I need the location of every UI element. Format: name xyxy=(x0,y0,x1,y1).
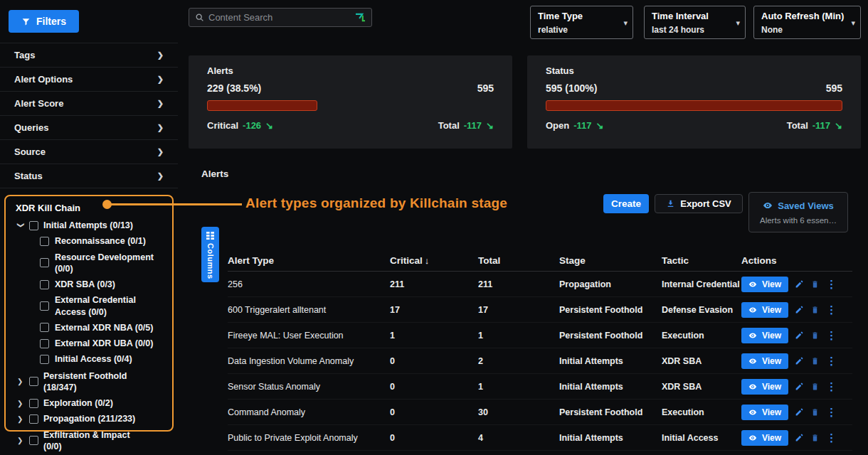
more-options-icon[interactable]: ⋮ xyxy=(826,304,837,315)
tree-item-external-xdr-uba[interactable]: External XDR UBA (0/0) xyxy=(40,336,169,350)
edit-icon[interactable] xyxy=(795,433,804,442)
filters-button[interactable]: Filters xyxy=(9,10,79,33)
edit-icon[interactable] xyxy=(795,279,804,289)
delete-icon[interactable] xyxy=(810,433,820,442)
sidebar-item-alert-score[interactable]: Alert Score ❯ xyxy=(0,92,178,116)
more-options-icon[interactable]: ⋮ xyxy=(826,407,837,417)
checkbox-external-credential-access[interactable] xyxy=(40,301,49,311)
saved-views-button[interactable]: Saved Views Alerts with 6 essen… xyxy=(748,192,848,232)
checkbox-resource-development[interactable] xyxy=(40,258,49,267)
edit-icon[interactable] xyxy=(795,331,804,340)
more-options-icon[interactable]: ⋮ xyxy=(826,381,837,392)
checkbox-exploration[interactable] xyxy=(29,399,38,408)
view-button[interactable]: View xyxy=(741,379,788,395)
checkbox-persistent-foothold[interactable] xyxy=(29,377,38,386)
download-icon xyxy=(666,199,675,208)
checkbox-reconnaissance[interactable] xyxy=(40,237,49,246)
checkbox-external-xdr-uba[interactable] xyxy=(40,339,49,348)
view-button[interactable]: View xyxy=(741,302,788,318)
checkbox-exfiltration-impact[interactable] xyxy=(29,436,38,445)
search-brand-icon[interactable] xyxy=(355,13,366,23)
tree-item-exfiltration-impact[interactable]: ❯ Exfiltration & Impact (0/0) xyxy=(9,427,169,455)
view-button[interactable]: View xyxy=(741,277,788,292)
edit-icon[interactable] xyxy=(795,407,804,417)
view-button[interactable]: View xyxy=(741,430,788,446)
delete-icon[interactable] xyxy=(810,279,820,289)
header-alert-type[interactable]: Alert Type xyxy=(228,255,390,266)
tree-item-label: Resource Development (0/0) xyxy=(55,252,162,275)
checkbox-propagation[interactable] xyxy=(29,414,38,424)
search-input[interactable] xyxy=(208,12,351,23)
checkbox-xdr-sba[interactable] xyxy=(40,280,49,289)
eye-icon xyxy=(748,357,757,365)
checkbox-initial-access[interactable] xyxy=(40,355,49,364)
auto-refresh-dropdown[interactable]: Auto Refresh (Min) None ▾ xyxy=(753,6,861,39)
delete-icon[interactable] xyxy=(810,331,820,340)
sidebar-item-label: Queries xyxy=(14,122,48,133)
tree-item-resource-development[interactable]: Resource Development (0/0) xyxy=(40,250,169,277)
tree-item-reconnaissance[interactable]: Reconnaissance (0/1) xyxy=(40,234,169,248)
cell-stage: Initial Attempts xyxy=(559,356,662,366)
time-interval-dropdown[interactable]: Time Interval last 24 hours ▾ xyxy=(644,6,746,39)
foot-label: Open xyxy=(546,120,569,131)
checkbox-initial-attempts[interactable] xyxy=(29,221,38,230)
annotation-connector-line xyxy=(108,203,242,205)
cell-tactic: Internal Credential xyxy=(662,279,741,289)
sidebar-item-source[interactable]: Source ❯ xyxy=(0,140,178,164)
sidebar-item-alert-options[interactable]: Alert Options ❯ xyxy=(0,68,178,92)
cell-tactic: Execution xyxy=(662,331,741,341)
delete-icon[interactable] xyxy=(810,382,820,391)
edit-icon[interactable] xyxy=(795,305,804,314)
cell-total: 4 xyxy=(478,433,559,443)
delete-icon[interactable] xyxy=(810,356,820,365)
more-options-icon[interactable]: ⋮ xyxy=(826,279,837,289)
header-stage[interactable]: Stage xyxy=(559,255,662,266)
cell-alert-type: Data Ingestion Volume Anomaly xyxy=(228,356,390,366)
checkbox-external-xdr-nba[interactable] xyxy=(40,323,49,332)
dropdown-value: relative xyxy=(538,25,617,35)
header-tactic[interactable]: Tactic xyxy=(662,255,741,266)
trend-down-icon: ↘ xyxy=(265,120,273,131)
sidebar-item-tags[interactable]: Tags ❯ xyxy=(0,43,178,68)
more-options-icon[interactable]: ⋮ xyxy=(826,355,837,366)
view-button[interactable]: View xyxy=(741,405,788,420)
create-button[interactable]: Create xyxy=(603,194,649,213)
tree-item-persistent-foothold[interactable]: ❯ Persistent Foothold (18/347) xyxy=(9,368,169,396)
caret-collapsed-icon: ❯ xyxy=(17,378,24,385)
sidebar-item-queries[interactable]: Queries ❯ xyxy=(0,116,178,140)
trend-down-icon: ↘ xyxy=(596,120,604,131)
cell-stage: Initial Attempts xyxy=(559,382,662,392)
delete-icon[interactable] xyxy=(810,407,820,417)
tree-item-initial-attempts[interactable]: ❯ Initial Attempts (0/13) xyxy=(9,218,169,233)
create-button-label: Create xyxy=(611,198,641,209)
delta-value: -117 xyxy=(464,120,482,131)
edit-icon[interactable] xyxy=(795,356,804,365)
view-button[interactable]: View xyxy=(741,328,788,343)
delete-icon[interactable] xyxy=(810,305,820,314)
tree-item-propagation[interactable]: ❯ Propagation (211/233) xyxy=(9,411,169,427)
chevron-down-icon: ▾ xyxy=(851,18,855,28)
view-button[interactable]: View xyxy=(741,353,788,369)
table-row: 256 211 211 Propagation Internal Credent… xyxy=(228,272,852,297)
time-type-dropdown[interactable]: Time Type relative ▾ xyxy=(530,6,633,39)
eye-icon xyxy=(748,434,757,442)
sidebar-item-status[interactable]: Status ❯ xyxy=(0,164,178,188)
more-options-icon[interactable]: ⋮ xyxy=(826,330,837,341)
edit-icon[interactable] xyxy=(795,382,804,391)
columns-button[interactable]: Columns xyxy=(201,227,219,282)
cell-tactic: XDR SBA xyxy=(662,382,741,392)
caret-collapsed-icon: ❯ xyxy=(17,437,24,444)
cell-stage: Persistent Foothold xyxy=(559,305,662,315)
header-total[interactable]: Total xyxy=(478,255,559,266)
more-options-icon[interactable]: ⋮ xyxy=(826,432,837,443)
export-csv-button[interactable]: Export CSV xyxy=(655,194,743,213)
tree-item-initial-access[interactable]: Initial Access (0/4) xyxy=(40,352,169,366)
tree-item-xdr-sba[interactable]: XDR SBA (0/3) xyxy=(40,277,169,291)
tree-item-external-credential-access[interactable]: External Credential Access (0/0) xyxy=(40,293,169,319)
tree-item-exploration[interactable]: ❯ Exploration (0/2) xyxy=(9,395,169,411)
header-critical[interactable]: Critical↓ xyxy=(390,255,478,266)
alerts-table: Alert Type Critical↓ Total Stage Tactic … xyxy=(228,250,852,451)
cell-total: 1 xyxy=(478,382,559,392)
chevron-down-icon: ▾ xyxy=(736,18,740,28)
tree-item-external-xdr-nba[interactable]: External XDR NBA (0/5) xyxy=(40,321,169,335)
